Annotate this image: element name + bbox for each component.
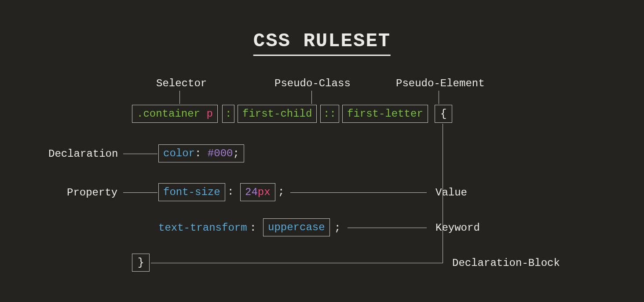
decl1-colon: :: [195, 147, 201, 159]
selector-colon-2: ::: [320, 105, 339, 123]
selector-colon-1: :: [222, 105, 234, 123]
decl2-property-box: font-size: [158, 183, 225, 201]
connector-declaration: [123, 154, 157, 154]
decl2-unit: px: [258, 186, 271, 198]
label-pseudo-element: Pseudo-Element: [396, 77, 485, 89]
pseudo-element-box: first-letter: [342, 105, 428, 123]
decl2-semi: ;: [278, 186, 284, 198]
connector-pseudo-element: [439, 91, 439, 104]
selector-element: p: [206, 108, 212, 120]
connector-property: [123, 192, 157, 193]
connector-pseudo-class: [311, 91, 312, 104]
connector-decl-block-v: [443, 124, 443, 263]
decl3-colon: :: [250, 222, 256, 234]
label-selector: Selector: [156, 77, 207, 89]
brace-open-box: {: [435, 105, 452, 123]
label-property: Property: [67, 187, 117, 199]
decl3-property: text-transform: [158, 222, 247, 234]
connector-selector: [179, 91, 180, 104]
decl1-property: color: [163, 147, 195, 159]
connector-value: [290, 192, 427, 193]
brace-close-box: }: [132, 254, 150, 272]
declaration-1-box: color: #000;: [158, 144, 244, 162]
decl2-value-box: 24px: [240, 183, 275, 201]
diagram-title: CSS RULESET: [253, 30, 391, 56]
pseudo-class-box: first-child: [238, 105, 317, 123]
decl2-colon: :: [227, 186, 234, 198]
selector-class: .container: [137, 108, 206, 120]
decl3-value-box: uppercase: [263, 218, 330, 236]
selector-box: .container p: [132, 105, 218, 123]
connector-decl-block-h: [151, 263, 443, 263]
connector-keyword: [348, 228, 427, 228]
decl3-semi: ;: [334, 222, 340, 234]
label-pseudo-class: Pseudo-Class: [274, 77, 351, 89]
decl2-number: 24: [245, 186, 258, 198]
label-declaration: Declaration: [48, 148, 118, 160]
decl1-value: #000: [208, 147, 233, 159]
decl1-semi: ;: [233, 147, 239, 159]
label-declaration-block: Declaration-Block: [452, 257, 560, 269]
label-value: Value: [435, 187, 467, 199]
